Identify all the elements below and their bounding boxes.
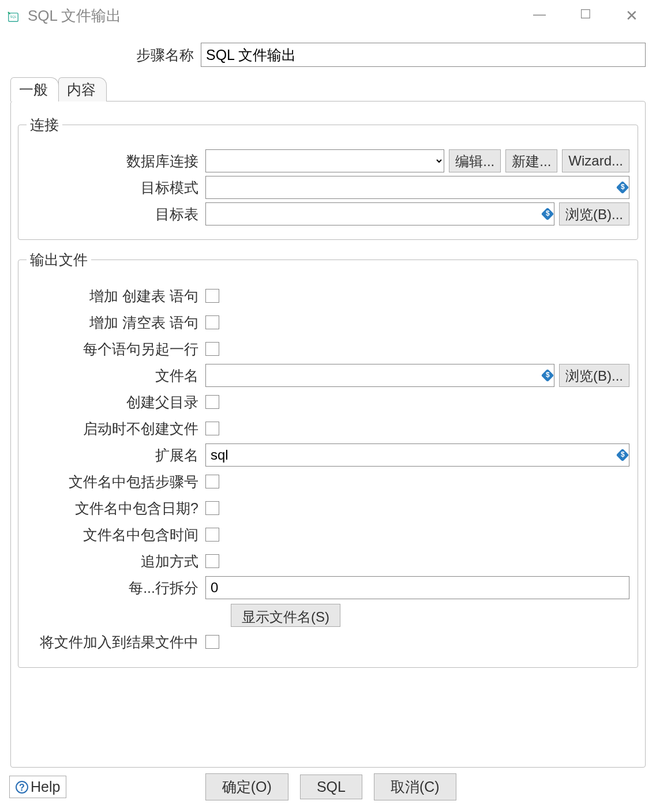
window-title: SQL 文件输出 bbox=[28, 6, 528, 26]
target-table-input[interactable] bbox=[205, 202, 554, 225]
add-truncate-checkbox[interactable] bbox=[205, 315, 219, 329]
target-schema-label: 目标模式 bbox=[27, 178, 205, 197]
cancel-button[interactable]: 取消(C) bbox=[374, 773, 456, 800]
add-create-label: 增加 创建表 语句 bbox=[27, 287, 205, 306]
edit-connection-button[interactable]: 编辑... bbox=[449, 149, 501, 172]
add-to-result-checkbox[interactable] bbox=[205, 635, 219, 649]
step-name-label: 步骤名称 bbox=[10, 46, 201, 65]
connection-group: 连接 数据库连接 编辑... 新建... Wizard... 目标模式 bbox=[18, 115, 638, 240]
show-filename-button[interactable]: 显示文件名(S) bbox=[231, 604, 340, 627]
add-to-result-label: 将文件加入到结果文件中 bbox=[27, 633, 205, 652]
output-file-group: 输出文件 增加 创建表 语句 增加 清空表 语句 每个语句另起一行 文件名 bbox=[18, 250, 638, 668]
include-stepno-label: 文件名中包括步骤号 bbox=[27, 472, 205, 491]
target-table-label: 目标表 bbox=[27, 205, 205, 224]
tab-content[interactable]: 内容 bbox=[58, 77, 107, 102]
no-create-start-checkbox[interactable] bbox=[205, 422, 219, 435]
ok-button[interactable]: 确定(O) bbox=[205, 773, 288, 800]
tab-pane-general: 连接 数据库连接 编辑... 新建... Wizard... 目标模式 bbox=[10, 101, 646, 768]
split-label: 每...行拆分 bbox=[27, 578, 205, 597]
tab-general[interactable]: 一般 bbox=[10, 77, 59, 102]
target-schema-input[interactable] bbox=[205, 176, 629, 199]
new-connection-button[interactable]: 新建... bbox=[505, 149, 557, 172]
maximize-button[interactable]: ☐ bbox=[574, 7, 597, 25]
include-stepno-checkbox[interactable] bbox=[205, 475, 219, 488]
output-file-legend: 输出文件 bbox=[27, 250, 91, 269]
append-label: 追加方式 bbox=[27, 552, 205, 571]
help-button[interactable]: ? Help bbox=[9, 776, 66, 798]
filename-label: 文件名 bbox=[27, 366, 205, 385]
create-parent-checkbox[interactable] bbox=[205, 395, 219, 409]
step-name-input[interactable] bbox=[201, 43, 646, 67]
tabs: 一般 内容 bbox=[10, 77, 646, 102]
titlebar: SQL SQL 文件输出 — ☐ ✕ bbox=[0, 0, 656, 31]
help-label: Help bbox=[31, 779, 60, 795]
no-create-start-label: 启动时不创建文件 bbox=[27, 419, 205, 438]
close-button[interactable]: ✕ bbox=[620, 7, 643, 25]
include-time-checkbox[interactable] bbox=[205, 528, 219, 542]
wizard-connection-button[interactable]: Wizard... bbox=[562, 149, 629, 172]
app-icon: SQL bbox=[7, 9, 20, 22]
step-name-row: 步骤名称 bbox=[10, 43, 646, 67]
sql-button[interactable]: SQL bbox=[300, 775, 362, 799]
footer: ? Help 确定(O) SQL 取消(C) bbox=[0, 768, 656, 812]
append-checkbox[interactable] bbox=[205, 554, 219, 568]
db-connection-select[interactable] bbox=[205, 149, 444, 172]
add-truncate-label: 增加 清空表 语句 bbox=[27, 313, 205, 332]
newline-label: 每个语句另起一行 bbox=[27, 340, 205, 359]
include-date-checkbox[interactable] bbox=[205, 501, 219, 515]
add-create-checkbox[interactable] bbox=[205, 289, 219, 303]
db-connection-label: 数据库连接 bbox=[27, 152, 205, 171]
browse-file-button[interactable]: 浏览(B)... bbox=[559, 364, 629, 387]
extension-input[interactable] bbox=[205, 443, 629, 467]
include-date-label: 文件名中包含日期? bbox=[27, 499, 205, 518]
svg-text:SQL: SQL bbox=[10, 15, 16, 18]
create-parent-label: 创建父目录 bbox=[27, 393, 205, 412]
include-time-label: 文件名中包含时间 bbox=[27, 525, 205, 544]
filename-input[interactable] bbox=[205, 364, 554, 387]
split-input[interactable] bbox=[205, 576, 629, 599]
connection-legend: 连接 bbox=[27, 115, 62, 134]
browse-table-button[interactable]: 浏览(B)... bbox=[559, 202, 629, 225]
help-icon: ? bbox=[16, 781, 28, 794]
extension-label: 扩展名 bbox=[27, 446, 205, 465]
newline-checkbox[interactable] bbox=[205, 342, 219, 356]
minimize-button[interactable]: — bbox=[528, 7, 551, 25]
